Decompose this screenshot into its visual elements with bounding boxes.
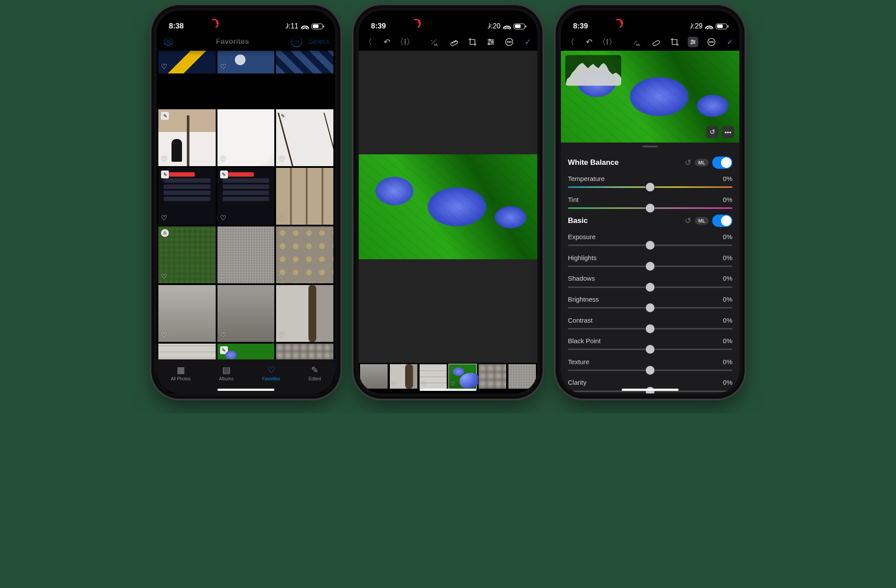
slider-knob[interactable] [646,366,654,375]
slider[interactable] [568,370,732,371]
favorite-icon: ♡ [161,331,169,339]
adjust-button-active[interactable] [688,37,698,47]
photo-thumb[interactable]: ✎♡ [158,109,216,166]
slider-knob[interactable] [646,204,654,212]
filmstrip-thumb[interactable]: ♡ [389,364,418,389]
slider-knob[interactable] [646,283,654,292]
photo-grid[interactable]: ♡ ♡ ✎♡ ♡ ✎♡ ✎ ♡ ✎ ♡ ♡ ⎘♡ ♡ ♡ ♡ ♡ ♡ [157,51,335,359]
svg-point-15 [692,40,693,41]
home-indicator[interactable] [420,389,476,391]
undo-button[interactable]: ↶ [382,37,392,47]
photo-thumb[interactable]: ⎘♡ [158,226,216,283]
photo-thumb[interactable]: ✎ ♡ [158,168,216,225]
home-indicator[interactable] [622,389,679,391]
home-indicator[interactable] [217,389,274,391]
filmstrip-thumb[interactable]: ♡ [419,364,448,389]
slider[interactable] [568,266,732,267]
crop-button[interactable] [669,37,680,47]
editor-canvas[interactable]: ↺ ••• [561,51,739,143]
tab-edited[interactable]: ✎ Edited [308,365,321,381]
slider-knob[interactable] [646,262,654,271]
section-toggle[interactable] [712,157,732,169]
phone-3: 8:39 49:29 〈 ↶ 〈⁞〉 ML [558,8,742,396]
photo-thumb[interactable]: ♡ [217,51,275,73]
photo-thumb[interactable]: ♡ [276,168,333,225]
photo-thumb[interactable]: ♡ [158,285,216,342]
slider[interactable] [568,286,732,288]
wifi-icon [705,23,713,29]
photo-thumb[interactable]: ♡ [217,226,275,283]
favorite-icon: ♡ [220,156,228,164]
compare-button[interactable]: 〈⁞〉 [400,37,410,47]
tab-all-photos[interactable]: ▦ All Photos [171,365,191,381]
timer-icon [208,17,220,30]
magic-button[interactable]: ML [633,37,643,47]
timer-icon [410,17,422,30]
tab-albums[interactable]: ▤ Albums [219,365,234,381]
slider[interactable] [568,187,732,188]
photo-thumb[interactable] [158,344,216,359]
section-toggle[interactable] [712,215,732,227]
editor-canvas[interactable] [359,51,537,363]
battery-icon [312,24,323,29]
photo-thumb[interactable]: ♡ [158,51,216,73]
filmstrip-thumb[interactable]: ♡ [360,364,388,389]
slider-knob[interactable] [646,345,654,354]
repair-button[interactable] [651,37,662,47]
more-button[interactable]: ••• [291,36,302,47]
photo-thumb[interactable]: ♡ [217,285,275,342]
photo-thumb[interactable]: ✎♡ [276,109,333,166]
albums-icon: ▤ [222,365,231,375]
adjust-panel[interactable]: White Balance↺MLTemperature0%Tint0%Basic… [561,150,739,393]
photo-thumb[interactable] [276,51,333,73]
edit-icon: ✎ [311,365,318,375]
section-reset-button[interactable]: ↺ [685,158,691,167]
crop-button[interactable] [467,37,478,47]
slider-knob[interactable] [646,303,654,312]
settings-button[interactable] [163,36,174,47]
slider[interactable] [568,208,732,209]
confirm-button[interactable]: ✓ [522,37,533,47]
slider-knob[interactable] [646,183,654,191]
photo-thumb[interactable]: ♡ [276,285,333,342]
photo-thumb[interactable]: ♡ [217,109,275,166]
adjust-button[interactable] [486,37,496,47]
repair-button[interactable] [449,37,459,47]
slider[interactable] [568,349,732,350]
select-button[interactable]: Select [308,37,329,46]
undo-button[interactable]: ↶ [584,37,594,47]
slider[interactable] [568,328,732,330]
ml-button[interactable]: ML [695,217,709,225]
ml-button[interactable]: ML [695,159,709,167]
photo-thumb[interactable]: ✎ ♡ [217,168,275,225]
canvas-reset-button[interactable]: ↺ [706,126,718,138]
canvas-more-button[interactable]: ••• [722,126,734,138]
svg-point-20 [711,42,712,42]
confirm-button[interactable]: ✓ [724,37,735,47]
tab-favorites[interactable]: ♡ Favorites [262,365,280,381]
slider-knob[interactable] [646,324,654,333]
favorite-icon: ♡ [161,214,169,222]
linked-badge-icon: ⎘ [161,229,169,237]
panel-handle[interactable] [561,143,739,150]
photo-thumb[interactable]: ♡ [276,226,333,283]
photo-preview [359,154,537,259]
more-button[interactable] [706,37,717,47]
more-button[interactable] [504,37,514,47]
slider[interactable] [568,245,732,246]
slider[interactable] [568,307,732,309]
section-reset-button[interactable]: ↺ [685,216,691,226]
compare-button[interactable]: 〈⁞〉 [602,37,612,47]
slider-row: Texture0% [568,358,732,365]
filmstrip-thumb[interactable]: ♡ [508,364,536,389]
magic-button[interactable]: ML [430,37,441,47]
filmstrip-thumb[interactable]: ♡ [478,364,507,389]
photo-thumb[interactable]: ✎ [217,344,275,359]
photo-thumb[interactable] [276,344,333,359]
svg-point-11 [507,42,508,42]
svg-rect-14 [652,40,660,46]
slider-knob[interactable] [646,241,654,250]
back-button[interactable]: 〈 [565,37,576,47]
filmstrip-thumb-selected[interactable]: ♡ [448,364,477,389]
back-button[interactable]: 〈 [363,37,374,47]
